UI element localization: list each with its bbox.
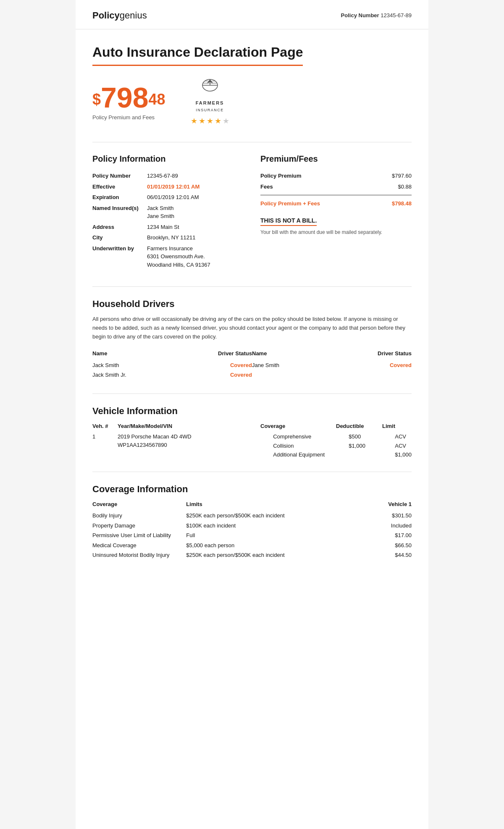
star-5: ★	[223, 115, 229, 127]
premium-cents: 48	[149, 88, 165, 111]
drivers-left-col: Name Driver Status Jack Smith Covered Ja…	[92, 349, 252, 381]
premium-fees-heading: Premium/Fees	[260, 152, 412, 165]
household-drivers-title: Household Drivers	[92, 297, 412, 311]
underwriter-1: Farmers Insurance	[147, 244, 210, 253]
driver-1-status: Covered	[202, 361, 252, 370]
veh-limit-header: Limit	[382, 422, 412, 430]
policy-number-row: Policy Number 12345-67-89	[92, 172, 244, 180]
insurer-name: FARMERS	[196, 100, 224, 107]
driver-row-3: Jane Smith Covered	[252, 361, 412, 370]
insurer-logo: FARMERS INSURANCE	[196, 78, 224, 113]
effective-label: Effective	[92, 183, 147, 191]
policy-number-label: Policy Number	[92, 172, 147, 180]
insurer-sub: INSURANCE	[196, 108, 224, 113]
coverage-row-1: Bodily Injury $250K each person/$500K ea…	[92, 512, 412, 520]
fees-total-value: $798.48	[392, 199, 412, 208]
city-value: Brooklyn, NY 11211	[147, 233, 195, 242]
veh-ded-1-2: $1,000	[349, 442, 395, 450]
policy-premium-value: $797.60	[392, 172, 412, 180]
premium-label: Policy Premium and Fees	[92, 113, 165, 122]
insurer-block: FARMERS INSURANCE ★ ★ ★ ★ ★	[191, 78, 229, 127]
household-drivers-description: All persons who drive or will occasional…	[92, 315, 412, 341]
named-insured-label: Named Insured(s)	[92, 204, 147, 212]
veh-info-1: 2019 Porsche Macan 4D 4WD WP1AA123456789…	[118, 433, 273, 449]
veh-coverage-header: Coverage	[260, 422, 336, 430]
fees-total-label: Policy Premium + Fees	[260, 199, 320, 208]
cov-limits-header: Limits	[186, 500, 374, 509]
drivers-table: Name Driver Status Jack Smith Covered Ja…	[92, 349, 412, 381]
veh-info-header: Year/Make/Model/VIN	[118, 422, 260, 430]
veh-limit-1-3: $1,000	[395, 451, 412, 459]
veh-deductibles-1: $500 $1,000	[349, 433, 395, 451]
star-2: ★	[199, 115, 205, 127]
coverage-info-title: Coverage Information	[92, 482, 412, 496]
logo: Policygenius	[92, 8, 147, 22]
drivers-status-header-right: Driver Status	[361, 349, 412, 358]
underwriter-2: 6301 Owensmouth Ave.	[147, 252, 210, 261]
coverage-information-section: Coverage Information Coverage Limits Veh…	[92, 482, 412, 559]
named-insured-value: Jack Smith Jane Smith	[147, 204, 174, 220]
address-value: 1234 Main St	[147, 223, 179, 231]
underwriter-label: Underwritten by	[92, 244, 147, 253]
veh-num-header: Veh. #	[92, 422, 118, 430]
veh-coverage-1-3: Additional Equipment	[273, 451, 349, 459]
vehicle-info-title: Vehicle Information	[92, 404, 412, 418]
fees-total-row: Policy Premium + Fees $798.48	[260, 199, 412, 208]
driver-1-name: Jack Smith	[92, 361, 202, 370]
cov-vehicle-header: Vehicle 1	[374, 500, 412, 509]
drivers-name-header-left: Name	[92, 349, 202, 358]
cov-limits-5: $250K each person/$500K each incident	[186, 551, 374, 559]
fees-label: Fees	[260, 183, 273, 191]
info-columns: Policy Information Policy Number 12345-6…	[92, 152, 412, 271]
cov-vehicle-1: $301.50	[374, 512, 412, 520]
named-insured-row: Named Insured(s) Jack Smith Jane Smith	[92, 204, 244, 220]
underwriter-3: Woodland Hills, CA 91367	[147, 261, 210, 269]
coverage-row-3: Permissive User Limit of Liability Full …	[92, 531, 412, 540]
cov-vehicle-2: Included	[374, 522, 412, 530]
star-1: ★	[191, 115, 197, 127]
drivers-status-header-left: Driver Status	[202, 349, 252, 358]
cov-limits-4: $5,000 each person	[186, 541, 374, 550]
section-divider-2	[92, 286, 412, 287]
logo-rest: genius	[120, 10, 147, 21]
address-row: Address 1234 Main St	[92, 223, 244, 231]
effective-row: Effective 01/01/2019 12:01 AM	[92, 183, 244, 191]
premium-section: $79848 Policy Premium and Fees FARMERS	[92, 78, 412, 127]
page-title: Auto Insurance Declaration Page	[92, 42, 303, 66]
drivers-right-col: Name Driver Status Jane Smith Covered	[252, 349, 412, 381]
underwriter-row: Underwritten by Farmers Insurance 6301 O…	[92, 244, 244, 269]
driver-row-2: Jack Smith Jr. Covered	[92, 371, 252, 379]
policy-premium-label: Policy Premium	[260, 172, 302, 180]
fees-value: $0.88	[398, 183, 412, 191]
household-drivers-section: Household Drivers All persons who drive …	[92, 297, 412, 381]
veh-coverages-1: Comprehensive Collision Additional Equip…	[273, 433, 349, 459]
coverage-header-row: Coverage Limits Vehicle 1	[92, 500, 412, 509]
cov-col-header: Coverage	[92, 500, 186, 509]
cov-name-5: Uninsured Motorist Bodily Injury	[92, 551, 186, 559]
cov-name-1: Bodily Injury	[92, 512, 186, 520]
policy-info-heading: Policy Information	[92, 152, 244, 165]
coverage-row-2: Property Damage $100K each incident Incl…	[92, 522, 412, 530]
coverage-row-4: Medical Coverage $5,000 each person $66.…	[92, 541, 412, 550]
vehicle-header-row: Veh. # Year/Make/Model/VIN Coverage Dedu…	[92, 422, 412, 430]
section-divider-4	[92, 472, 412, 472]
veh-coverage-1-1: Comprehensive	[273, 433, 349, 441]
bill-note: Your bill with the amount due will be ma…	[260, 228, 412, 236]
address-label: Address	[92, 223, 147, 231]
section-divider-3	[92, 394, 412, 394]
veh-num-1: 1	[92, 433, 118, 441]
veh-year-make-1: 2019 Porsche Macan 4D 4WD	[118, 433, 273, 441]
effective-value: 01/01/2019 12:01 AM	[147, 183, 200, 191]
driver-2-status: Covered	[202, 371, 252, 379]
cov-limits-2: $100K each incident	[186, 522, 374, 530]
premium-amount-block: $79848 Policy Premium and Fees	[92, 83, 165, 122]
premium-display: $79848	[92, 83, 165, 112]
cov-name-2: Property Damage	[92, 522, 186, 530]
cov-limits-1: $250K each person/$500K each incident	[186, 512, 374, 520]
policy-number-value: 12345-67-89	[147, 172, 178, 180]
insurer-stars: ★ ★ ★ ★ ★	[191, 115, 229, 127]
premium-fees-col: Premium/Fees Policy Premium $797.60 Fees…	[260, 152, 412, 271]
city-label: City	[92, 233, 147, 242]
veh-deductible-header: Deductible	[336, 422, 382, 430]
not-a-bill: THIS IS NOT A BILL.	[260, 216, 317, 226]
